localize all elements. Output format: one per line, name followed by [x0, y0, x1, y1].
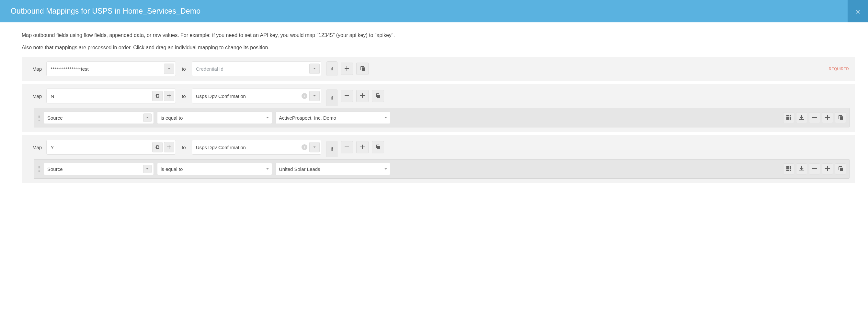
- rule-field-select[interactable]: Source: [44, 163, 154, 175]
- drag-handle[interactable]: [37, 115, 40, 121]
- target-field[interactable]: Usps Dpv Confirmationi: [192, 140, 321, 155]
- copy-icon: [838, 166, 843, 172]
- grid-button[interactable]: [783, 112, 794, 123]
- source-settings-button[interactable]: [152, 91, 163, 101]
- duplicate-button[interactable]: [835, 112, 846, 123]
- grid-icon: [786, 115, 791, 121]
- minus-icon: [345, 93, 349, 99]
- drag-handle[interactable]: [25, 93, 28, 99]
- rule-field-value: Source: [47, 166, 63, 172]
- duplicate-button[interactable]: [372, 141, 384, 153]
- add-button[interactable]: [822, 164, 833, 174]
- plus-icon: [360, 93, 365, 99]
- rule-operator-select[interactable]: is equal to: [157, 163, 272, 175]
- chevron-down-icon: [143, 165, 152, 173]
- chevron-down-icon: [143, 114, 152, 122]
- rule-actions: [783, 164, 846, 174]
- remove-button[interactable]: [341, 141, 353, 153]
- source-input[interactable]: [46, 62, 164, 76]
- map-label: Map: [31, 66, 43, 72]
- target-dropdown-button[interactable]: [309, 91, 320, 101]
- grid-button[interactable]: [783, 164, 794, 174]
- copy-icon: [376, 145, 380, 150]
- source-field: [46, 89, 176, 104]
- required-label: REQUIRED: [829, 67, 849, 71]
- plus-icon: [825, 166, 830, 172]
- minus-icon: [345, 145, 349, 150]
- copy-icon: [838, 115, 843, 121]
- chevron-down-icon: [167, 66, 171, 71]
- grid-icon: [786, 166, 791, 172]
- chevron-down-icon: [266, 115, 269, 121]
- add-button[interactable]: [341, 63, 353, 75]
- rule-operator-value: is equal to: [161, 166, 183, 172]
- rule-value-text: United Solar Leads: [279, 166, 320, 172]
- rule-value-text: ActiveProspect, Inc. Demo: [279, 115, 336, 121]
- target-placeholder: Credential Id: [192, 62, 309, 76]
- source-settings-button[interactable]: [152, 142, 163, 152]
- mapping-row: MaptoUsps Dpv ConfirmationiifSourceis eq…: [22, 84, 855, 132]
- chevron-down-icon: [313, 145, 316, 150]
- if-chip[interactable]: if: [327, 61, 338, 76]
- source-add-button[interactable]: [164, 91, 174, 101]
- duplicate-button[interactable]: [372, 90, 384, 102]
- target-dropdown-button[interactable]: [309, 142, 320, 152]
- rule-field-select[interactable]: Source: [44, 112, 154, 124]
- minus-icon: [812, 115, 817, 121]
- minus-icon: [812, 166, 817, 172]
- map-label: Map: [31, 93, 43, 99]
- source-add-button[interactable]: [164, 142, 174, 152]
- duplicate-button[interactable]: [356, 63, 369, 75]
- intro-text: Map outbound fields using flow fields, a…: [22, 31, 855, 52]
- mapping-row: MaptoUsps Dpv ConfirmationiifSourceis eq…: [22, 135, 855, 183]
- map-label: Map: [31, 145, 43, 150]
- add-button[interactable]: [822, 112, 833, 123]
- dialog-header: Outbound Mappings for USPS in Home_Servi…: [0, 0, 868, 22]
- plus-icon: [360, 145, 365, 150]
- add-button[interactable]: [356, 90, 369, 102]
- rule-row: Sourceis equal toUnited Solar Leads: [34, 159, 849, 179]
- remove-button[interactable]: [341, 90, 353, 102]
- info-icon[interactable]: i: [302, 93, 307, 99]
- drag-handle[interactable]: [25, 66, 28, 72]
- close-icon: [855, 8, 861, 14]
- insert-icon: [799, 166, 804, 172]
- source-dropdown-button[interactable]: [164, 63, 174, 74]
- if-chip[interactable]: if: [327, 89, 338, 106]
- gear-icon: [155, 93, 159, 98]
- intro-line-2: Also note that mappings are processed in…: [22, 44, 855, 52]
- dialog-title: Outbound Mappings for USPS in Home_Servi…: [11, 7, 200, 16]
- target-field[interactable]: Usps Dpv Confirmationi: [192, 89, 321, 104]
- copy-icon: [376, 93, 380, 99]
- rule-field-value: Source: [47, 115, 63, 121]
- chevron-down-icon: [266, 166, 269, 172]
- target-dropdown-button[interactable]: [309, 63, 320, 74]
- rule-value-select[interactable]: United Solar Leads: [275, 163, 390, 175]
- rule-section: Sourceis equal toUnited Solar Leads: [22, 159, 855, 183]
- rule-section: Sourceis equal toActiveProspect, Inc. De…: [22, 108, 855, 132]
- drag-handle[interactable]: [37, 166, 40, 172]
- source-input[interactable]: [46, 140, 152, 154]
- info-icon[interactable]: i: [302, 144, 307, 150]
- plus-icon: [167, 145, 171, 150]
- insert-button[interactable]: [796, 164, 807, 174]
- remove-button[interactable]: [809, 164, 820, 174]
- rule-value-select[interactable]: ActiveProspect, Inc. Demo: [275, 112, 390, 124]
- rule-operator-value: is equal to: [161, 115, 183, 121]
- add-button[interactable]: [356, 141, 369, 153]
- target-field[interactable]: Credential Id: [192, 61, 321, 76]
- insert-button[interactable]: [796, 112, 807, 123]
- target-value: Usps Dpv Confirmation: [192, 140, 302, 154]
- to-label: to: [179, 93, 188, 99]
- mapping-row: MaptoCredential IdifREQUIRED: [22, 57, 855, 81]
- remove-button[interactable]: [809, 112, 820, 123]
- drag-handle[interactable]: [25, 144, 28, 150]
- to-label: to: [179, 145, 188, 150]
- if-chip[interactable]: if: [327, 141, 338, 157]
- close-button[interactable]: [847, 0, 868, 22]
- rule-operator-select[interactable]: is equal to: [157, 112, 272, 124]
- chevron-down-icon: [313, 66, 316, 71]
- duplicate-button[interactable]: [835, 164, 846, 174]
- source-input[interactable]: [46, 89, 152, 103]
- rule-row: Sourceis equal toActiveProspect, Inc. De…: [34, 108, 849, 127]
